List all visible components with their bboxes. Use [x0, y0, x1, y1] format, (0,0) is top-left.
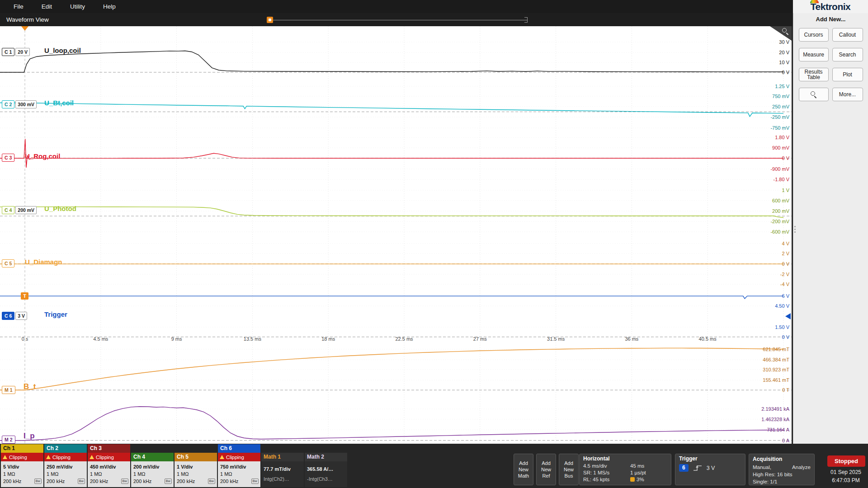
badge-title: Ch 5: [175, 453, 217, 461]
add-new-header: Add New...: [793, 16, 868, 23]
warning-icon: [220, 455, 224, 459]
clipping-warning: Clipping: [1, 453, 43, 461]
horizontal-row-value: 45 ms: [630, 463, 667, 469]
trace-c-4: [0, 207, 783, 218]
horizontal-row-label: SR: 1 MS/s: [583, 469, 630, 476]
trigger-panel[interactable]: Trigger 6 3 V: [675, 454, 745, 485]
acquisition-mode: Manual,: [753, 464, 771, 471]
horizontal-row-value: 1 µs/pt: [630, 469, 667, 476]
rising-edge-icon: [693, 465, 703, 472]
waveform-display: 30 V20 V10 V0 VC 120 VU_loop,coil1.25 V7…: [0, 26, 792, 444]
bandwidth-icon: Bw: [34, 479, 42, 484]
add-new-math-button[interactable]: Add New Math: [514, 454, 533, 485]
waveform-view-title: Waveform View: [6, 16, 49, 23]
badge-ch-1[interactable]: Ch 1Clipping5 V/div1 MΩ200 kHzBw: [1, 444, 43, 487]
plot-button[interactable]: Plot: [832, 68, 863, 81]
menu-bar: FileEditUtilityHelp: [0, 0, 793, 13]
horizontal-row-label: 4.5 ms/div: [583, 463, 630, 469]
panel-divider-handle[interactable]: [794, 225, 796, 234]
horizontal-panel[interactable]: Horizontal 4.5 ms/div45 msSR: 1 MS/s1 µs…: [579, 454, 671, 485]
trigger-level-value: 3 V: [707, 465, 715, 471]
compression-icon: [630, 477, 635, 482]
bandwidth-icon: Bw: [251, 479, 259, 484]
clipping-warning: Clipping: [218, 453, 260, 461]
bandwidth-icon: Bw: [78, 479, 85, 484]
badge-ch-5[interactable]: Ch 51 V/div1 MΩ200 kHzBw: [175, 444, 217, 487]
clipping-warning: Clipping: [44, 453, 87, 461]
measure-button[interactable]: Measure: [799, 48, 829, 61]
trace-m-2: [0, 407, 783, 441]
trigger-source-badge: 6: [679, 464, 689, 472]
zoom-button[interactable]: [799, 88, 829, 101]
warning-icon: [3, 455, 7, 459]
brand-area: Tektronix: [793, 0, 868, 13]
trace-c-3: [0, 139, 783, 168]
badge-ch-6[interactable]: Ch 6Clipping750 mV/div1 MΩ200 kHzBw: [218, 444, 260, 487]
right-control-panel: Add New... CursorsCalloutMeasureSearchRe…: [793, 13, 868, 444]
callout-button[interactable]: Callout: [832, 28, 863, 42]
search-button[interactable]: Search: [832, 48, 863, 61]
badge-math-2[interactable]: Math 2365.58 A/…-Intg(Ch3…: [305, 444, 347, 487]
menu-file[interactable]: File: [14, 3, 24, 10]
badge-title: Ch 6: [218, 444, 260, 453]
waveform-view-titlebar: Waveform View: [0, 13, 793, 26]
tektronix-logo: Tektronix: [811, 1, 850, 12]
results-table-button[interactable]: Results Table: [799, 68, 829, 81]
trigger-level-icon[interactable]: [785, 313, 791, 319]
acquisition-resolution: High Res: 16 bits: [753, 471, 811, 478]
badge-title: Ch 1: [1, 444, 43, 453]
trace-m-1: [0, 348, 783, 390]
badge-ch-4[interactable]: Ch 4200 mV/div1 MΩ200 kHzBw: [131, 444, 174, 487]
trigger-marker[interactable]: T: [21, 292, 28, 300]
overview-bar[interactable]: [271, 20, 527, 20]
bandwidth-icon: Bw: [208, 479, 215, 484]
clipping-warning: Clipping: [88, 453, 130, 461]
badge-title: Ch 3: [88, 444, 130, 453]
bandwidth-icon: Bw: [165, 479, 172, 484]
add-new-ref-button[interactable]: Add New Ref: [536, 454, 556, 485]
status-date: 01 Sep 2025: [825, 469, 867, 475]
badge-math-1[interactable]: Math 177.7 mT/divIntg(Ch2)…: [261, 444, 304, 487]
expansion-point-icon[interactable]: [267, 17, 273, 23]
warning-icon: [46, 455, 51, 459]
horizontal-row-label: RL: 45 kpts: [583, 476, 630, 483]
trigger-title: Trigger: [679, 455, 741, 462]
badge-ch-2[interactable]: Ch 2Clipping250 mV/div1 MΩ200 kHzBw: [44, 444, 87, 487]
trace-c-1: [0, 51, 783, 73]
acquisition-title: Acquisition: [753, 455, 811, 463]
acquisition-analyze: Analyze: [792, 464, 811, 471]
badge-title: Ch 2: [44, 444, 87, 453]
add-new-bus-button[interactable]: Add New Bus: [559, 454, 579, 485]
overview-bar-end-bracket: [524, 17, 528, 23]
trigger-position-icon[interactable]: [21, 26, 28, 31]
horizontal-row-value: 3%: [630, 476, 667, 483]
warning-icon: [90, 455, 94, 459]
badge-title: Math 2: [305, 453, 347, 461]
badge-title: Math 1: [261, 453, 304, 461]
status-time: 6:47:03 PM: [825, 477, 867, 483]
badge-title: Ch 4: [131, 453, 174, 461]
menu-help[interactable]: Help: [103, 3, 116, 10]
magnifier-icon: [782, 28, 788, 34]
acquisition-panel[interactable]: Acquisition Manual, Analyze High Res: 16…: [749, 454, 815, 485]
logo-swoosh-icon: [810, 0, 819, 3]
menu-utility[interactable]: Utility: [70, 3, 85, 10]
waveform-canvas: [0, 26, 792, 444]
magnifier-icon: [811, 91, 817, 98]
bottom-bar: Ch 1Clipping5 V/div1 MΩ200 kHzBwCh 2Clip…: [0, 444, 868, 488]
more-button[interactable]: More...: [832, 88, 863, 101]
horizontal-title: Horizontal: [583, 455, 667, 462]
bandwidth-icon: Bw: [121, 479, 128, 484]
badge-ch-3[interactable]: Ch 3Clipping450 mV/div1 MΩ200 kHzBw: [88, 444, 130, 487]
trace-c-2: [0, 101, 783, 117]
acquisition-single: Single: 1/1: [753, 478, 811, 485]
run-stop-status[interactable]: Stopped: [827, 455, 865, 467]
cursors-button[interactable]: Cursors: [799, 28, 829, 42]
menu-edit[interactable]: Edit: [42, 3, 52, 10]
trace-c-6: [0, 296, 783, 299]
